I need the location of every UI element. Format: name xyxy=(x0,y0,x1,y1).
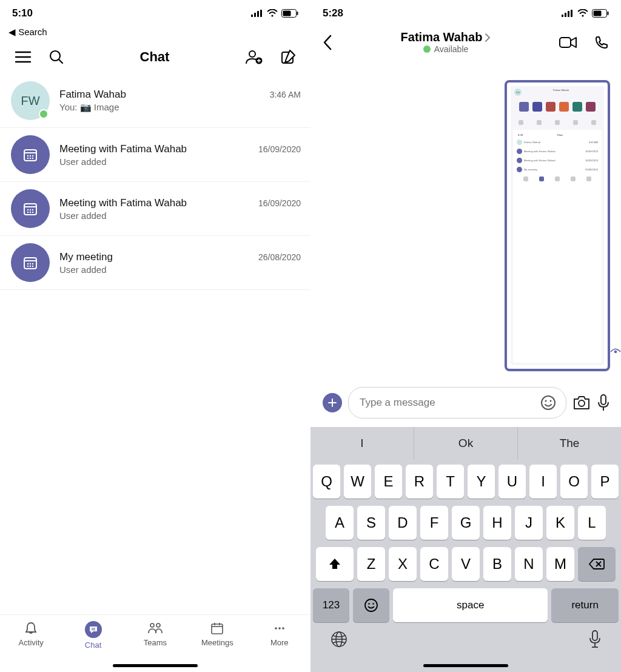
key-g[interactable]: G xyxy=(452,506,480,540)
chat-name: Fatima Wahab xyxy=(59,89,126,101)
key-emoji[interactable] xyxy=(353,588,389,622)
back-to-search[interactable]: ◀ Search xyxy=(0,27,310,40)
key-l[interactable]: L xyxy=(578,506,606,540)
search-icon[interactable] xyxy=(49,49,64,65)
presence-status: Available xyxy=(423,44,469,54)
key-n[interactable]: N xyxy=(515,547,543,581)
tab-chat[interactable]: Chat xyxy=(66,621,121,650)
globe-icon[interactable] xyxy=(330,630,348,648)
key-b[interactable]: B xyxy=(483,547,511,581)
svg-point-74 xyxy=(368,603,370,605)
mic-icon[interactable] xyxy=(597,394,610,412)
svg-point-13 xyxy=(249,51,255,57)
tab-meetings[interactable]: Meetings xyxy=(190,621,244,647)
tab-label: Meetings xyxy=(201,638,233,647)
key-v[interactable]: V xyxy=(452,547,480,581)
key-p[interactable]: P xyxy=(591,465,619,499)
key-f[interactable]: F xyxy=(420,506,448,540)
dictation-icon[interactable] xyxy=(588,630,602,649)
key-e[interactable]: E xyxy=(375,465,402,499)
camera-icon[interactable] xyxy=(572,395,591,411)
chat-item[interactable]: My meeting 26/08/2020 User added xyxy=(0,236,310,290)
svg-point-38 xyxy=(32,263,33,264)
battery-icon xyxy=(592,9,609,18)
key-m[interactable]: M xyxy=(546,547,574,581)
svg-point-28 xyxy=(27,209,29,210)
svg-rect-53 xyxy=(562,15,563,17)
tab-teams[interactable]: Teams xyxy=(128,621,183,647)
svg-point-23 xyxy=(27,158,29,159)
svg-point-22 xyxy=(32,155,33,156)
battery-icon xyxy=(281,9,298,18)
chat-preview: User added xyxy=(59,156,301,167)
key-y[interactable]: Y xyxy=(468,465,495,499)
key-r[interactable]: R xyxy=(406,465,433,499)
chat-list[interactable]: FW Fatima Wahab 3:46 AM You: 📷 Image Mee… xyxy=(0,74,310,614)
key-x[interactable]: X xyxy=(389,547,417,581)
page-title: Chat xyxy=(140,49,170,65)
emoji-icon[interactable] xyxy=(540,395,556,411)
signal-icon xyxy=(251,10,263,17)
key-c[interactable]: C xyxy=(420,547,448,581)
compose-icon[interactable] xyxy=(280,49,296,65)
sent-image-attachment[interactable]: FW Fatima Wahab 5:10Chat xyxy=(505,80,610,371)
suggestion[interactable]: The xyxy=(518,427,621,460)
key-numbers[interactable]: 123 xyxy=(313,588,349,622)
add-contact-icon[interactable] xyxy=(245,49,263,65)
avatar-initials: FW xyxy=(21,94,39,108)
key-j[interactable]: J xyxy=(515,506,543,540)
wifi-icon xyxy=(577,9,588,18)
svg-rect-55 xyxy=(568,11,569,17)
presence-available-icon xyxy=(423,45,431,53)
home-indicator[interactable] xyxy=(113,664,198,667)
key-shift[interactable] xyxy=(316,547,354,581)
suggestion[interactable]: I xyxy=(310,427,414,460)
svg-point-41 xyxy=(32,266,33,267)
key-k[interactable]: K xyxy=(546,506,574,540)
conversation-title[interactable]: Fatima Wahab xyxy=(401,30,491,44)
key-o[interactable]: O xyxy=(560,465,588,499)
presence-available-icon xyxy=(39,109,49,119)
tab-more[interactable]: More xyxy=(252,621,307,647)
svg-point-33 xyxy=(32,212,33,213)
key-d[interactable]: D xyxy=(389,506,417,540)
chat-list-screen: 5:10 ◀ Search Chat xyxy=(0,0,310,672)
svg-rect-54 xyxy=(565,13,566,17)
key-return[interactable]: return xyxy=(551,588,619,622)
suggestion[interactable]: Ok xyxy=(414,427,518,460)
svg-point-45 xyxy=(156,623,160,627)
svg-point-24 xyxy=(30,158,31,159)
back-icon[interactable] xyxy=(323,34,332,51)
key-w[interactable]: W xyxy=(344,465,371,499)
chat-item[interactable]: FW Fatima Wahab 3:46 AM You: 📷 Image xyxy=(0,74,310,128)
key-a[interactable]: A xyxy=(326,506,354,540)
key-t[interactable]: T xyxy=(437,465,464,499)
svg-line-12 xyxy=(59,59,62,63)
tab-activity[interactable]: Activity xyxy=(4,621,58,647)
svg-rect-69 xyxy=(601,395,606,405)
menu-icon[interactable] xyxy=(15,50,32,64)
svg-point-29 xyxy=(30,209,31,210)
message-input[interactable] xyxy=(358,396,534,409)
attach-button[interactable] xyxy=(323,393,342,412)
message-area[interactable]: FW Fatima Wahab 5:10Chat xyxy=(310,60,621,381)
chat-name: Meeting with Fatima Wahab xyxy=(59,143,187,155)
svg-point-40 xyxy=(30,266,31,267)
key-backspace[interactable] xyxy=(578,547,616,581)
key-q[interactable]: Q xyxy=(313,465,340,499)
key-s[interactable]: S xyxy=(357,506,385,540)
video-call-icon[interactable] xyxy=(559,36,577,49)
key-space[interactable]: space xyxy=(393,588,548,622)
key-i[interactable]: I xyxy=(529,465,557,499)
suggestion-row: I Ok The xyxy=(310,427,621,460)
key-u[interactable]: U xyxy=(498,465,526,499)
emoji-icon xyxy=(364,598,378,613)
chat-item[interactable]: Meeting with Fatima Wahab 16/09/2020 Use… xyxy=(0,182,310,236)
home-indicator[interactable] xyxy=(423,664,508,667)
audio-call-icon[interactable] xyxy=(594,35,609,50)
chat-item[interactable]: Meeting with Fatima Wahab 16/09/2020 Use… xyxy=(0,128,310,182)
key-z[interactable]: Z xyxy=(357,547,385,581)
svg-rect-6 xyxy=(283,11,291,16)
svg-rect-60 xyxy=(608,12,609,15)
key-h[interactable]: H xyxy=(483,506,511,540)
